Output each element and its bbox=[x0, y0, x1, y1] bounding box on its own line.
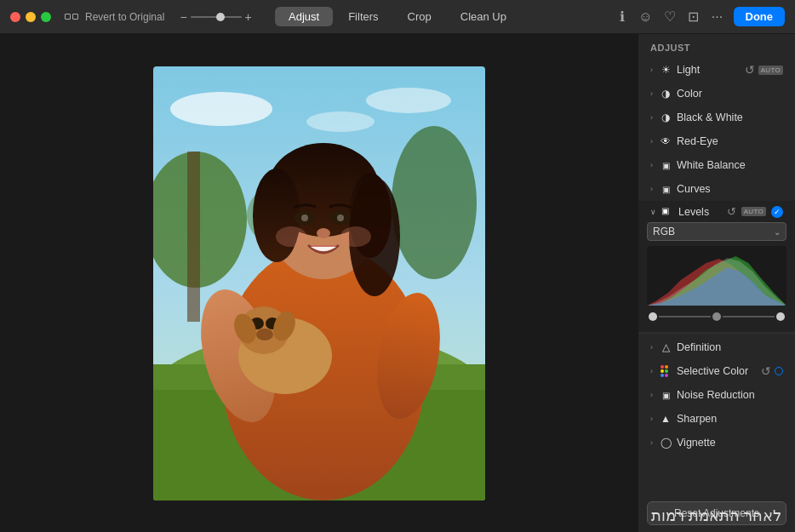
nav-tabs: Adjust Filters Crop Clean Up bbox=[275, 7, 520, 26]
levels-chevron: ∨ bbox=[650, 208, 656, 216]
sidebar-item-color[interactable]: › ◑ Color bbox=[638, 82, 795, 106]
traffic-lights bbox=[10, 12, 51, 22]
sq2 bbox=[72, 14, 78, 20]
levels-auto-badge: AUTO bbox=[741, 207, 766, 216]
maximize-button[interactable] bbox=[41, 12, 51, 22]
zoom-plus-icon: + bbox=[245, 10, 252, 24]
sidebar-item-light[interactable]: › ☀ Light ↺ AUTO bbox=[638, 58, 795, 82]
redeye-label: Red-Eye bbox=[677, 135, 783, 147]
noise-reduction-icon: ▣ bbox=[660, 389, 672, 401]
hist-track2 bbox=[723, 316, 775, 317]
dot-orange bbox=[665, 365, 668, 369]
levels-active-badge: ✓ bbox=[771, 206, 783, 218]
selective-color-icon bbox=[660, 365, 672, 377]
light-reset-icon[interactable]: ↺ bbox=[745, 63, 755, 77]
redeye-icon: 👁 bbox=[660, 135, 672, 147]
svg-rect-33 bbox=[187, 152, 200, 322]
light-chevron: › bbox=[650, 66, 653, 74]
heart-icon[interactable]: ♡ bbox=[662, 9, 678, 25]
emoji-icon[interactable]: ☺ bbox=[638, 9, 654, 25]
histogram-slider[interactable] bbox=[647, 311, 786, 323]
sidebar-item-selective-color[interactable]: › Selective Color ↺ bbox=[638, 359, 795, 383]
share-icon[interactable]: ⊡ bbox=[686, 9, 701, 25]
bottom-text: לאחר התאמת רמות bbox=[638, 500, 795, 532]
tab-cleanup[interactable]: Clean Up bbox=[447, 7, 520, 26]
wb-icon: ▣ bbox=[660, 159, 672, 171]
levels-reset-icon[interactable]: ↺ bbox=[727, 205, 736, 218]
redeye-chevron: › bbox=[650, 137, 653, 146]
wb-label: White Balance bbox=[677, 159, 783, 171]
definition-label: Definition bbox=[677, 341, 783, 353]
sharpen-label: Sharpen bbox=[677, 413, 783, 425]
divider-levels-definition bbox=[638, 333, 795, 334]
selective-color-reset-icon[interactable]: ↺ bbox=[761, 364, 771, 378]
titlebar-left-controls: Revert to Original − + bbox=[65, 10, 252, 24]
sharpen-icon: ▲ bbox=[660, 413, 672, 425]
noise-reduction-chevron: › bbox=[650, 391, 653, 399]
zoom-slider[interactable]: − + bbox=[180, 10, 251, 24]
vignette-icon: ◯ bbox=[660, 437, 672, 449]
wb-chevron: › bbox=[650, 161, 653, 169]
selective-color-active-dot bbox=[775, 367, 783, 375]
svg-point-17 bbox=[256, 329, 273, 340]
curves-label: Curves bbox=[677, 183, 783, 195]
sidebar-item-curves[interactable]: › ▣ Curves bbox=[638, 177, 795, 201]
hist-handle-mid[interactable] bbox=[712, 312, 721, 321]
hist-track bbox=[659, 316, 711, 317]
levels-icon: ▣ bbox=[661, 206, 673, 218]
window-layout-icon bbox=[65, 14, 78, 20]
curves-icon: ▣ bbox=[660, 183, 672, 195]
more-icon[interactable]: ··· bbox=[710, 9, 725, 25]
info-icon[interactable]: ℹ bbox=[615, 9, 630, 25]
tab-adjust[interactable]: Adjust bbox=[275, 7, 333, 26]
sidebar-item-noise-reduction[interactable]: › ▣ Noise Reduction bbox=[638, 383, 795, 407]
levels-label: Levels bbox=[678, 206, 722, 218]
definition-chevron: › bbox=[650, 343, 653, 352]
sq1 bbox=[65, 14, 71, 20]
sidebar-item-redeye[interactable]: › 👁 Red-Eye bbox=[638, 129, 795, 153]
dropdown-arrow-icon: ⌄ bbox=[774, 227, 781, 237]
sharpen-chevron: › bbox=[650, 415, 653, 423]
titlebar-right-controls: ℹ ☺ ♡ ⊡ ··· Done bbox=[615, 7, 786, 26]
zoom-thumb[interactable] bbox=[216, 13, 225, 21]
svg-point-5 bbox=[392, 126, 477, 279]
dot-purple bbox=[665, 374, 668, 377]
titlebar: Revert to Original − + Adjust Filters Cr… bbox=[0, 0, 795, 34]
tab-filters[interactable]: Filters bbox=[335, 7, 392, 26]
sidebar-item-vignette[interactable]: › ◯ Vignette bbox=[638, 431, 795, 455]
levels-section: ∨ ▣ Levels ↺ AUTO ✓ RGB Red Green Blue L… bbox=[638, 201, 795, 331]
light-actions: ↺ AUTO bbox=[745, 63, 783, 77]
zoom-track[interactable] bbox=[191, 16, 242, 18]
revert-button[interactable]: Revert to Original bbox=[85, 11, 164, 23]
sidebar: ADJUST › ☀ Light ↺ AUTO › ◑ Color › ◑ Bl… bbox=[638, 34, 795, 532]
svg-point-23 bbox=[253, 169, 300, 262]
svg-point-1 bbox=[170, 92, 272, 126]
sidebar-item-sharpen[interactable]: › ▲ Sharpen bbox=[638, 407, 795, 431]
bw-icon: ◑ bbox=[660, 112, 672, 123]
photo-container bbox=[153, 66, 485, 501]
levels-header[interactable]: ∨ ▣ Levels ↺ AUTO ✓ bbox=[647, 201, 786, 222]
sidebar-item-definition[interactable]: › △ Definition bbox=[638, 335, 795, 359]
rgb-select[interactable]: RGB Red Green Blue Luminance bbox=[653, 226, 774, 237]
sidebar-item-bw[interactable]: › ◑ Black & White bbox=[638, 106, 795, 129]
color-label: Color bbox=[677, 88, 783, 100]
selective-color-label: Selective Color bbox=[677, 365, 756, 377]
close-button[interactable] bbox=[10, 12, 20, 22]
hist-handle-left[interactable] bbox=[649, 312, 657, 321]
color-dots bbox=[661, 365, 671, 377]
done-button[interactable]: Done bbox=[734, 7, 786, 26]
bw-label: Black & White bbox=[677, 112, 783, 123]
light-auto-badge: AUTO bbox=[758, 66, 783, 75]
minimize-button[interactable] bbox=[26, 12, 36, 22]
svg-point-31 bbox=[276, 226, 306, 247]
selective-color-chevron: › bbox=[650, 367, 653, 375]
svg-point-28 bbox=[301, 215, 308, 221]
hist-handle-right[interactable] bbox=[776, 312, 785, 321]
sidebar-item-wb[interactable]: › ▣ White Balance bbox=[638, 153, 795, 177]
light-icon: ☀ bbox=[660, 64, 672, 76]
color-icon: ◑ bbox=[660, 88, 672, 100]
svg-point-3 bbox=[306, 112, 375, 132]
bw-chevron: › bbox=[650, 113, 653, 122]
tab-crop[interactable]: Crop bbox=[394, 7, 445, 26]
rgb-dropdown[interactable]: RGB Red Green Blue Luminance ⌄ bbox=[647, 222, 786, 241]
